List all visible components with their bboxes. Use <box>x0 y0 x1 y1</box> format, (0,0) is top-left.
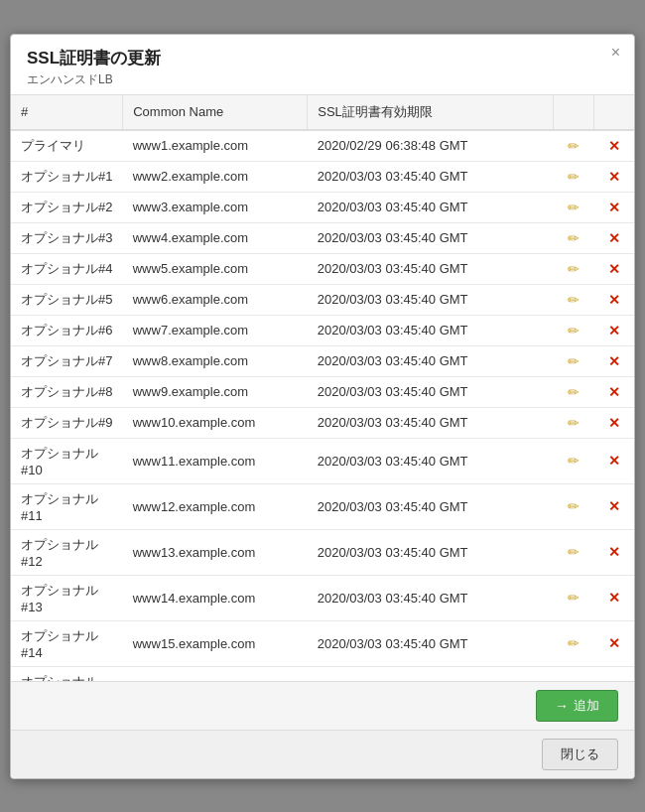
edit-icon[interactable]: ✏ <box>568 261 580 277</box>
cell-common-name: www9.example.com <box>123 376 308 407</box>
cell-expiry: 2020/03/03 03:45:40 GMT <box>308 575 554 620</box>
cell-expiry: 2020/03/03 03:45:40 GMT <box>308 345 554 376</box>
add-button[interactable]: → 追加 <box>536 690 618 722</box>
header-num: # <box>11 95 123 130</box>
close-button[interactable]: 閉じる <box>542 739 618 770</box>
modal-subtitle: エンハンスドLB <box>27 71 618 88</box>
delete-icon[interactable]: ✕ <box>608 261 620 277</box>
delete-icon[interactable]: ✕ <box>608 415 620 431</box>
cell-delete: ✕ <box>593 666 634 681</box>
cell-common-name: www1.example.com <box>123 130 308 162</box>
table-row: オプショナル#3www4.example.com2020/03/03 03:45… <box>11 222 634 253</box>
edit-icon[interactable]: ✏ <box>568 323 580 338</box>
cell-num: オプショナル#5 <box>11 284 123 315</box>
cell-common-name: www8.example.com <box>123 345 308 376</box>
cell-common-name: www2.example.com <box>123 161 308 192</box>
delete-icon[interactable]: ✕ <box>608 200 620 215</box>
cell-num: プライマリ <box>11 130 123 162</box>
cell-common-name: www4.example.com <box>123 222 308 253</box>
cell-edit: ✏ <box>554 483 594 529</box>
delete-icon[interactable]: ✕ <box>608 138 620 154</box>
table-row: オプショナル#14www15.example.com2020/03/03 03:… <box>11 620 634 666</box>
cell-edit: ✏ <box>554 438 594 483</box>
ssl-renewal-modal: SSL証明書の更新 エンハンスドLB × # Common Name SSL証明… <box>10 34 635 779</box>
cell-common-name: www11.example.com <box>123 438 308 483</box>
cell-delete: ✕ <box>593 620 634 666</box>
cell-num: オプショナル#1 <box>11 161 123 192</box>
cell-delete: ✕ <box>593 529 634 575</box>
header-common-name: Common Name <box>123 95 308 130</box>
cell-edit: ✏ <box>554 376 594 407</box>
delete-icon[interactable]: ✕ <box>608 384 620 400</box>
table-row: オプショナル#6www7.example.com2020/03/03 03:45… <box>11 315 634 345</box>
cell-expiry: 2020/03/03 03:45:40 GMT <box>308 161 554 192</box>
cell-expiry: 2020/03/03 03:45:40 GMT <box>308 438 554 483</box>
delete-icon[interactable]: ✕ <box>608 292 620 308</box>
cell-delete: ✕ <box>593 315 634 345</box>
delete-icon[interactable]: ✕ <box>608 353 620 369</box>
add-button-label: 追加 <box>574 697 599 715</box>
delete-icon[interactable]: ✕ <box>608 544 620 560</box>
cell-expiry: 2020/03/03 03:45:40 GMT <box>308 315 554 345</box>
edit-icon[interactable]: ✏ <box>568 453 580 469</box>
table-row: オプショナル#5www6.example.com2020/03/03 03:45… <box>11 284 634 315</box>
edit-icon[interactable]: ✏ <box>568 200 580 215</box>
edit-icon[interactable]: ✏ <box>568 498 580 514</box>
cell-delete: ✕ <box>593 345 634 376</box>
edit-icon[interactable]: ✏ <box>568 590 580 606</box>
close-icon[interactable]: × <box>611 45 620 61</box>
delete-icon[interactable]: ✕ <box>608 323 620 338</box>
cell-num: オプショナル#3 <box>11 222 123 253</box>
cell-expiry: 2020/03/03 03:45:40 GMT <box>308 620 554 666</box>
cell-expiry: 2020/02/29 06:38:48 GMT <box>308 130 554 162</box>
table-row: オプショナル#1www2.example.com2020/03/03 03:45… <box>11 161 634 192</box>
footer-close-section: 閉じる <box>11 730 634 778</box>
delete-icon[interactable]: ✕ <box>608 169 620 185</box>
delete-icon[interactable]: ✕ <box>608 453 620 469</box>
table-row: オプショナル#9www10.example.com2020/03/03 03:4… <box>11 407 634 438</box>
delete-icon[interactable]: ✕ <box>608 590 620 606</box>
cell-edit: ✏ <box>554 284 594 315</box>
table-row: プライマリwww1.example.com2020/02/29 06:38:48… <box>11 130 634 162</box>
cell-num: オプショナル#6 <box>11 315 123 345</box>
cell-delete: ✕ <box>593 483 634 529</box>
cell-delete: ✕ <box>593 161 634 192</box>
cell-delete: ✕ <box>593 438 634 483</box>
cell-common-name: www13.example.com <box>123 529 308 575</box>
delete-icon[interactable]: ✕ <box>608 635 620 651</box>
table-row: オプショナル#13www14.example.com2020/03/03 03:… <box>11 575 634 620</box>
cell-common-name: www3.example.com <box>123 192 308 222</box>
cell-num: オプショナル#15 <box>11 666 123 681</box>
ssl-table: # Common Name SSL証明書有効期限 プライマリwww1.examp… <box>11 95 634 681</box>
edit-icon[interactable]: ✏ <box>568 384 580 400</box>
cell-expiry: 2020/03/03 03:45:40 GMT <box>308 376 554 407</box>
cell-expiry: 2020/03/03 03:45:40 GMT <box>308 529 554 575</box>
edit-icon[interactable]: ✏ <box>568 635 580 651</box>
table-row: オプショナル#11www12.example.com2020/03/03 03:… <box>11 483 634 529</box>
cell-num: オプショナル#2 <box>11 192 123 222</box>
delete-icon[interactable]: ✕ <box>608 498 620 514</box>
table-row: オプショナル#4www5.example.com2020/03/03 03:45… <box>11 253 634 284</box>
table-header-row: # Common Name SSL証明書有効期限 <box>11 95 634 130</box>
cell-num: オプショナル#14 <box>11 620 123 666</box>
cell-delete: ✕ <box>593 222 634 253</box>
edit-icon[interactable]: ✏ <box>568 138 580 154</box>
cell-edit: ✏ <box>554 192 594 222</box>
edit-icon[interactable]: ✏ <box>568 544 580 560</box>
delete-icon[interactable]: ✕ <box>608 230 620 246</box>
cell-edit: ✏ <box>554 575 594 620</box>
cell-edit: ✏ <box>554 315 594 345</box>
edit-icon[interactable]: ✏ <box>568 230 580 246</box>
header-expiry: SSL証明書有効期限 <box>308 95 554 130</box>
cell-common-name: www6.example.com <box>123 284 308 315</box>
table-row: オプショナル#10www11.example.com2020/03/03 03:… <box>11 438 634 483</box>
cell-common-name: www16.example.com <box>123 666 308 681</box>
edit-icon[interactable]: ✏ <box>568 292 580 308</box>
modal-header: SSL証明書の更新 エンハンスドLB × <box>11 35 634 95</box>
cell-delete: ✕ <box>593 575 634 620</box>
edit-icon[interactable]: ✏ <box>568 415 580 431</box>
edit-icon[interactable]: ✏ <box>568 353 580 369</box>
edit-icon[interactable]: ✏ <box>568 169 580 185</box>
cell-num: オプショナル#10 <box>11 438 123 483</box>
cell-delete: ✕ <box>593 253 634 284</box>
